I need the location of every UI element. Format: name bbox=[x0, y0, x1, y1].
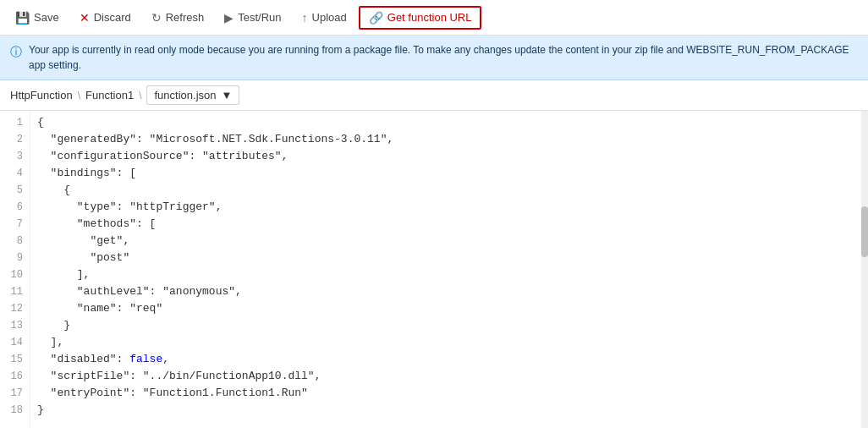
refresh-icon: ↻ bbox=[151, 11, 162, 25]
discard-icon: ✕ bbox=[80, 11, 90, 25]
line-number: 9 bbox=[0, 250, 30, 266]
code-editor[interactable]: 123456789101112131415161718 { "generated… bbox=[0, 111, 868, 428]
upload-icon: ↑ bbox=[302, 11, 308, 25]
upload-label: Upload bbox=[312, 11, 347, 24]
line-number: 8 bbox=[0, 233, 30, 250]
line-number: 1 bbox=[0, 114, 30, 131]
refresh-label: Refresh bbox=[166, 11, 205, 24]
toolbar: 💾 Save ✕ Discard ↻ Refresh ▶ Test/Run ↑ … bbox=[0, 0, 868, 36]
line-number: 14 bbox=[0, 334, 30, 351]
code-line: "entryPoint": "Function1.Function1.Run" bbox=[37, 385, 868, 402]
line-number: 17 bbox=[0, 385, 30, 402]
code-line: "scriptFile": "../bin/FunctionApp10.dll"… bbox=[37, 368, 868, 385]
line-number: 3 bbox=[0, 148, 30, 165]
line-number: 2 bbox=[0, 131, 30, 148]
code-line: "authLevel": "anonymous", bbox=[37, 283, 868, 300]
info-banner: ⓘ Your app is currently in read only mod… bbox=[0, 36, 868, 80]
discard-label: Discard bbox=[94, 11, 131, 24]
get-function-url-button[interactable]: 🔗 Get function URL bbox=[359, 6, 482, 30]
get-url-label: Get function URL bbox=[387, 11, 472, 24]
testrun-label: Test/Run bbox=[238, 11, 281, 24]
line-number: 11 bbox=[0, 283, 30, 300]
breadcrumb-sep2: \ bbox=[139, 90, 141, 102]
file-name: function.json bbox=[154, 89, 216, 102]
discard-button[interactable]: ✕ Discard bbox=[71, 8, 140, 28]
code-line: } bbox=[37, 402, 868, 419]
scrollbar-thumb[interactable] bbox=[861, 206, 868, 257]
line-number: 16 bbox=[0, 368, 30, 385]
link-icon: 🔗 bbox=[369, 11, 383, 25]
code-line: "name": "req" bbox=[37, 300, 868, 317]
save-icon: 💾 bbox=[15, 11, 30, 25]
save-label: Save bbox=[34, 11, 59, 24]
testrun-button[interactable]: ▶ Test/Run bbox=[216, 8, 289, 28]
line-numbers: 123456789101112131415161718 bbox=[0, 111, 30, 428]
line-number: 7 bbox=[0, 216, 30, 233]
testrun-icon: ▶ bbox=[224, 11, 233, 25]
info-icon: ⓘ bbox=[10, 43, 22, 61]
line-number: 5 bbox=[0, 182, 30, 199]
code-line: } bbox=[37, 317, 868, 334]
breadcrumb-part1: HttpFunction bbox=[10, 89, 73, 102]
line-number: 4 bbox=[0, 165, 30, 182]
line-number: 13 bbox=[0, 317, 30, 334]
line-number: 10 bbox=[0, 266, 30, 283]
upload-button[interactable]: ↑ Upload bbox=[294, 8, 355, 28]
line-number: 15 bbox=[0, 351, 30, 368]
code-content[interactable]: { "generatedBy": "Microsoft.NET.Sdk.Func… bbox=[30, 111, 868, 428]
line-number: 6 bbox=[0, 199, 30, 216]
code-line: "post" bbox=[37, 250, 868, 266]
save-button[interactable]: 💾 Save bbox=[7, 8, 68, 28]
scrollbar-track[interactable] bbox=[861, 111, 868, 428]
refresh-button[interactable]: ↻ Refresh bbox=[143, 8, 213, 28]
info-message: Your app is currently in read only mode … bbox=[29, 42, 858, 73]
code-line: { bbox=[37, 182, 868, 199]
code-line: "methods": [ bbox=[37, 216, 868, 233]
line-number: 12 bbox=[0, 300, 30, 317]
code-line: "bindings": [ bbox=[37, 165, 868, 182]
code-line: "type": "httpTrigger", bbox=[37, 199, 868, 216]
code-line: "configurationSource": "attributes", bbox=[37, 148, 868, 165]
chevron-down-icon: ▼ bbox=[221, 89, 232, 102]
breadcrumb-sep1: \ bbox=[78, 90, 80, 102]
breadcrumb-part2: Function1 bbox=[85, 89, 134, 102]
line-number: 18 bbox=[0, 402, 30, 419]
code-line: ], bbox=[37, 266, 868, 283]
code-line: "generatedBy": "Microsoft.NET.Sdk.Functi… bbox=[37, 131, 868, 148]
file-dropdown[interactable]: function.json ▼ bbox=[146, 85, 239, 105]
code-line: { bbox=[37, 114, 868, 131]
code-line: ], bbox=[37, 334, 868, 351]
code-line: "disabled": false, bbox=[37, 351, 868, 368]
code-line: "get", bbox=[37, 233, 868, 250]
breadcrumb: HttpFunction \ Function1 \ function.json… bbox=[0, 80, 868, 111]
